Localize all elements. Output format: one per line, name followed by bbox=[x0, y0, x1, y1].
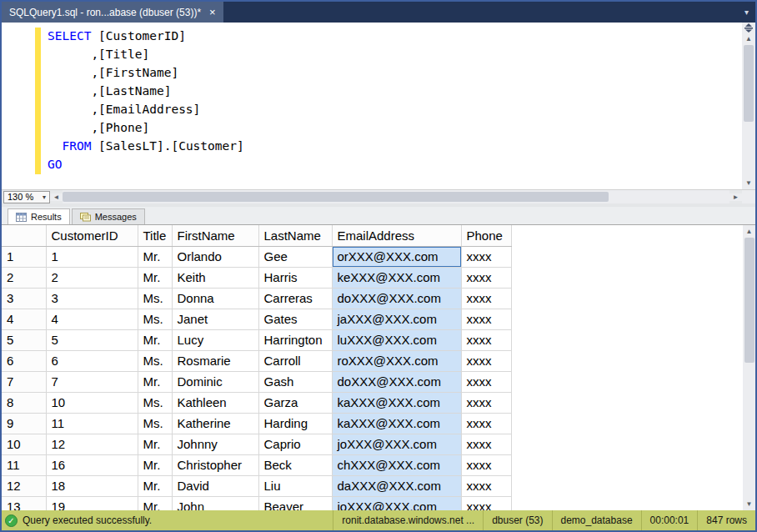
grid-cell[interactable]: Ms. bbox=[138, 309, 172, 329]
grid-cell[interactable]: xxxx bbox=[461, 496, 511, 510]
grid-cell[interactable]: kaXXX@XXX.com bbox=[332, 413, 461, 434]
grid-cell[interactable]: Gash bbox=[258, 371, 332, 392]
grid-cell[interactable]: 5 bbox=[46, 329, 138, 350]
code-line[interactable]: ,[Phone] bbox=[2, 118, 741, 137]
row-number[interactable]: 2 bbox=[2, 267, 46, 288]
hscroll-left-icon[interactable]: ◄ bbox=[50, 193, 63, 201]
grid-cell[interactable]: xxxx bbox=[461, 267, 511, 288]
grid-cell[interactable]: Johnny bbox=[172, 434, 258, 454]
grid-cell[interactable]: David bbox=[172, 475, 258, 496]
grid-cell[interactable]: Carreras bbox=[258, 288, 332, 309]
grid-cell[interactable]: John bbox=[172, 496, 258, 510]
grid-cell[interactable]: Ms. bbox=[138, 288, 172, 309]
code-line[interactable]: GO bbox=[2, 155, 741, 173]
grid-cell[interactable]: Mr. bbox=[138, 454, 172, 475]
row-number[interactable]: 5 bbox=[2, 329, 46, 350]
grid-cell[interactable]: joXXX@XXX.com bbox=[332, 496, 461, 510]
close-icon[interactable]: × bbox=[209, 7, 216, 18]
grid-cell[interactable]: xxxx bbox=[461, 475, 511, 496]
grid-cell[interactable]: Janet bbox=[172, 309, 258, 329]
grid-cell[interactable]: Mr. bbox=[138, 267, 172, 288]
grid-cell[interactable]: Harrington bbox=[258, 329, 332, 350]
grid-cell[interactable]: daXXX@XXX.com bbox=[332, 475, 461, 496]
column-header-customerid[interactable]: CustomerID bbox=[46, 225, 138, 246]
grid-cell[interactable]: 11 bbox=[46, 413, 138, 434]
grid-cell[interactable]: orXXX@XXX.com bbox=[332, 246, 461, 267]
splitter-grip-icon[interactable] bbox=[742, 23, 755, 33]
grid-cell[interactable]: Donna bbox=[172, 288, 258, 309]
grid-cell[interactable]: 10 bbox=[46, 392, 138, 413]
grid-cell[interactable]: 3 bbox=[46, 288, 138, 309]
grid-cell[interactable]: Harris bbox=[258, 267, 332, 288]
grid-cell[interactable]: Mr. bbox=[138, 246, 172, 267]
grid-cell[interactable]: 2 bbox=[46, 267, 138, 288]
code-line[interactable]: ,[FirstName] bbox=[2, 63, 741, 82]
grid-cell[interactable]: 4 bbox=[46, 309, 138, 329]
grid-cell[interactable]: kaXXX@XXX.com bbox=[332, 392, 461, 413]
column-header-firstname[interactable]: FirstName bbox=[172, 225, 258, 246]
row-number[interactable]: 4 bbox=[2, 309, 46, 329]
column-header-phone[interactable]: Phone bbox=[461, 225, 511, 246]
scroll-down-icon[interactable]: ▼ bbox=[743, 498, 756, 510]
row-number[interactable]: 13 bbox=[2, 496, 46, 510]
grid-cell[interactable]: xxxx bbox=[461, 329, 511, 350]
code-lines[interactable]: SELECT [CustomerID] ,[Title] ,[FirstName… bbox=[2, 27, 741, 173]
code-line[interactable]: FROM [SalesLT].[Customer] bbox=[2, 137, 741, 155]
grid-cell[interactable]: doXXX@XXX.com bbox=[332, 371, 461, 392]
grid-cell[interactable]: xxxx bbox=[461, 246, 511, 267]
grid-cell[interactable]: xxxx bbox=[461, 371, 511, 392]
grid-cell[interactable]: Mr. bbox=[138, 475, 172, 496]
grid-cell[interactable]: 12 bbox=[46, 434, 138, 454]
editor-scrollbar-thumb[interactable] bbox=[744, 45, 754, 122]
grid-scrollbar-thumb[interactable] bbox=[744, 238, 754, 363]
grid-cell[interactable]: xxxx bbox=[461, 392, 511, 413]
grid-cell[interactable]: Liu bbox=[258, 475, 332, 496]
row-number[interactable]: 6 bbox=[2, 350, 46, 371]
grid-cell[interactable]: xxxx bbox=[461, 413, 511, 434]
grid-cell[interactable]: Gates bbox=[258, 309, 332, 329]
grid-cell[interactable]: jaXXX@XXX.com bbox=[332, 309, 461, 329]
grid-cell[interactable]: 18 bbox=[46, 475, 138, 496]
grid-cell[interactable]: xxxx bbox=[461, 434, 511, 454]
grid-cell[interactable]: Kathleen bbox=[172, 392, 258, 413]
row-number[interactable]: 9 bbox=[2, 413, 46, 434]
grid-vertical-scrollbar[interactable]: ▲ ▼ bbox=[743, 225, 755, 510]
grid-cell[interactable]: xxxx bbox=[461, 454, 511, 475]
grid-cell[interactable]: xxxx bbox=[461, 309, 511, 329]
grid-cell[interactable]: 16 bbox=[46, 454, 138, 475]
grid-cell[interactable]: xxxx bbox=[461, 350, 511, 371]
grid-corner-cell[interactable] bbox=[2, 225, 46, 246]
scroll-up-icon[interactable]: ▲ bbox=[743, 225, 756, 238]
grid-cell[interactable]: 7 bbox=[46, 371, 138, 392]
hscroll-right-icon[interactable]: ► bbox=[729, 193, 742, 201]
row-number[interactable]: 11 bbox=[2, 454, 46, 475]
tab-messages[interactable]: Messages bbox=[72, 208, 145, 224]
tab-results[interactable]: Results bbox=[8, 208, 70, 224]
grid-cell[interactable]: Rosmarie bbox=[172, 350, 258, 371]
code-line[interactable]: ,[LastName] bbox=[2, 82, 741, 100]
row-number[interactable]: 7 bbox=[2, 371, 46, 392]
grid-cell[interactable]: Orlando bbox=[172, 246, 258, 267]
column-header-lastname[interactable]: LastName bbox=[258, 225, 332, 246]
grid-cell[interactable]: Mr. bbox=[138, 434, 172, 454]
grid-cell[interactable]: joXXX@XXX.com bbox=[332, 434, 461, 454]
column-header-title[interactable]: Title bbox=[138, 225, 172, 246]
grid-cell[interactable]: chXXX@XXX.com bbox=[332, 454, 461, 475]
grid-cell[interactable]: Caprio bbox=[258, 434, 332, 454]
grid-cell[interactable]: Carroll bbox=[258, 350, 332, 371]
grid-cell[interactable]: Mr. bbox=[138, 371, 172, 392]
code-line[interactable]: ,[EmailAddress] bbox=[2, 100, 741, 118]
grid-cell[interactable]: Katherine bbox=[172, 413, 258, 434]
grid-cell[interactable]: Ms. bbox=[138, 350, 172, 371]
row-number[interactable]: 3 bbox=[2, 288, 46, 309]
grid-cell[interactable]: 6 bbox=[46, 350, 138, 371]
row-number[interactable]: 12 bbox=[2, 475, 46, 496]
editor-vertical-scrollbar[interactable]: ▲ ▼ bbox=[742, 23, 755, 189]
row-number[interactable]: 10 bbox=[2, 434, 46, 454]
grid-cell[interactable]: Lucy bbox=[172, 329, 258, 350]
column-header-emailaddress[interactable]: EmailAddress bbox=[332, 225, 461, 246]
grid-cell[interactable]: Mr. bbox=[138, 329, 172, 350]
query-editor[interactable]: SELECT [CustomerID] ,[Title] ,[FirstName… bbox=[2, 23, 755, 189]
grid-cell[interactable]: Gee bbox=[258, 246, 332, 267]
scroll-up-icon[interactable]: ▲ bbox=[742, 33, 755, 45]
